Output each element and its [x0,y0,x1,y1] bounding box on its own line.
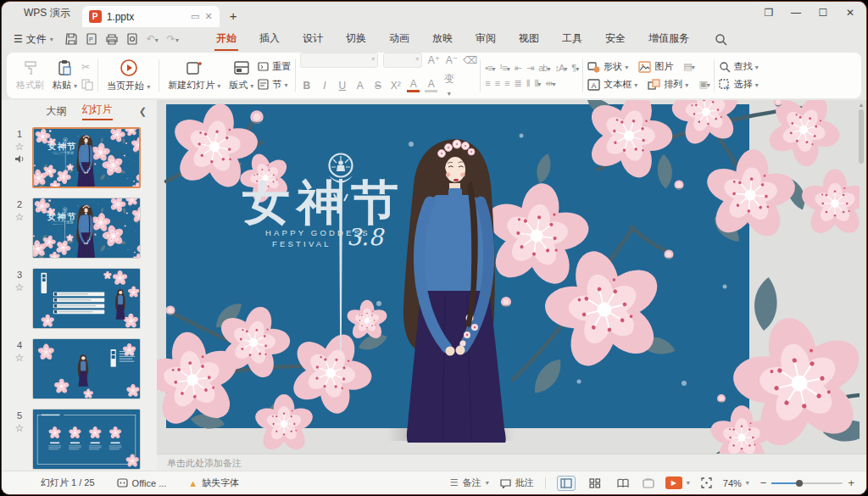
slide-thumb-3[interactable]: 3 ☆ [7,268,157,329]
menu-tab-security[interactable]: 安全 [604,28,627,51]
copy-icon[interactable] [81,79,93,91]
tab-close-icon[interactable]: ✕ [204,11,212,22]
scroll-up-icon[interactable]: ▲ [858,102,865,108]
star-icon[interactable]: ☆ [15,352,25,364]
editing-canvas[interactable]: ◀ ▲ [157,100,866,471]
indent-increase-icon[interactable]: ⇥ [526,63,533,74]
layout-button[interactable]: 版式 ▾ [225,58,258,93]
window-close-button[interactable]: ✕ [843,7,858,19]
underline-button[interactable]: U [336,80,348,92]
file-menu-button[interactable]: ☰ 文件 ▾ [14,32,53,47]
notes-toggle-button[interactable]: ☰ 备注▾ [450,476,489,489]
star-icon[interactable]: ☆ [15,141,25,153]
text-direction-icon[interactable]: ab▾ [538,63,549,73]
menu-tab-animation[interactable]: 动画 [387,28,411,51]
star-icon[interactable]: ☆ [15,422,25,434]
window-maximize-button[interactable]: ☐ [815,7,831,19]
justify-icon[interactable]: ≣ [515,78,521,89]
handout-icon[interactable] [643,478,654,488]
current-slide[interactable] [157,100,860,456]
align-center-icon[interactable]: ≡ [495,78,499,88]
char-border-button[interactable]: A [353,80,366,92]
italic-button[interactable]: I [318,80,331,92]
window-minimize-button[interactable]: — [788,7,804,19]
select-button[interactable]: 选择 ▾ [719,78,759,91]
play-options-icon[interactable]: ▾ [687,479,690,487]
align-left-icon[interactable]: ≡ [485,78,489,88]
zoom-slider[interactable] [771,482,843,484]
numbering-icon[interactable]: ¹≡▾ [500,63,509,73]
print-icon[interactable] [106,33,118,45]
menu-tab-insert[interactable]: 插入 [258,28,281,51]
highlight-button[interactable]: A [425,78,437,92]
menu-tab-transition[interactable]: 切换 [344,28,368,51]
font-size-select[interactable] [383,53,422,68]
clear-format-icon[interactable]: ⌫ [463,54,476,66]
notes-placeholder[interactable]: 单击此处添加备注 [157,454,866,471]
insert-chart-icon[interactable]: ▤▾ [683,61,693,72]
menu-tab-design[interactable]: 设计 [301,28,325,51]
new-slide-button[interactable]: 新建幻灯片 ▾ [164,58,225,93]
font-family-select[interactable] [300,53,378,68]
arrange-button[interactable]: 排列 ▾ [648,78,688,91]
indent-decrease-icon[interactable]: ⇤ [515,63,521,74]
star-icon[interactable]: ☆ [15,281,25,293]
find-button[interactable]: 查找 ▾ [719,60,759,73]
section-button[interactable]: 节 ▾ [258,78,291,91]
menu-tab-view[interactable]: 视图 [517,28,541,51]
zoom-level-button[interactable]: 74%▾ [723,478,749,488]
columns-icon[interactable]: ⫴▾ [535,78,541,89]
merge-shapes-icon[interactable]: ▣▾ [698,79,709,90]
tab-float-icon[interactable]: ▭ [191,11,199,22]
play-from-current-button[interactable]: 当页开始 ▾ [103,57,154,94]
bullets-icon[interactable]: •≡▾ [485,63,494,73]
fit-window-icon[interactable] [701,477,712,488]
tab-slides[interactable]: 幻灯片 [82,103,113,120]
window-layout-icon[interactable]: ❐ [761,7,776,19]
document-tab[interactable]: P 1.pptx ▭ ✕ [82,6,220,27]
slide-thumb-5[interactable]: 5 ☆ [7,409,157,470]
font-color-button[interactable]: A [407,78,420,92]
format-painter-button[interactable]: 格式刷 [12,58,48,93]
menu-tab-home[interactable]: 开始 [214,28,238,51]
line-height-icon[interactable]: ↕A▾ [554,63,566,73]
zoom-slider-knob[interactable] [796,480,803,487]
slideshow-play-button[interactable]: ▶ [665,476,682,489]
save-icon[interactable] [65,33,77,45]
tab-outline[interactable]: 大纲 [47,104,67,119]
reading-view-button[interactable] [615,476,632,490]
text-spacing-icon[interactable]: ⇹▾ [545,78,554,89]
menu-tab-review[interactable]: 审阅 [474,28,498,51]
menu-tab-tools[interactable]: 工具 [560,28,584,51]
undo-icon[interactable]: ↶▾ [147,33,159,45]
distribute-icon[interactable]: ⦀ [526,78,530,89]
reset-button[interactable]: 重置 [258,60,291,73]
paste-button[interactable]: 粘贴 ▾ [48,58,81,93]
collapse-panel-icon[interactable]: ❮ [139,106,147,117]
cut-icon[interactable]: ✂ [81,61,93,73]
textbox-button[interactable]: A 文本框 ▾ [587,78,637,91]
picture-button[interactable]: 图片 [638,60,673,73]
star-icon[interactable]: ☆ [15,211,25,223]
new-tab-button[interactable]: + [230,8,237,23]
slide-thumb-2[interactable]: 2 ☆ [7,198,157,259]
office-compat-button[interactable]: Office ... [117,477,167,488]
slide-sorter-view-button[interactable] [587,476,604,490]
slide-thumb-1[interactable]: 1 ☆ [7,127,157,188]
menu-tab-services[interactable]: 增值服务 [647,28,691,51]
normal-view-button[interactable] [557,476,576,491]
app-name-label[interactable]: WPS 演示 [17,3,77,23]
zoom-in-button[interactable]: + [848,476,854,489]
search-icon[interactable] [715,33,727,46]
missing-font-warning[interactable]: ▲ 缺失字体 [188,476,239,489]
zoom-out-button[interactable]: − [760,476,767,489]
phonetic-button[interactable]: 变▾ [442,72,455,98]
decrease-font-icon[interactable]: A⁻ [445,54,458,66]
align-right-icon[interactable]: ≡ [504,78,509,88]
export-pdf-icon[interactable]: P [86,33,97,45]
bold-button[interactable]: B [300,80,313,92]
menu-tab-slideshow[interactable]: 放映 [431,28,454,51]
strikethrough-button[interactable]: S [371,80,384,92]
comments-button[interactable]: 批注 [500,476,534,489]
print-preview-icon[interactable] [126,33,138,45]
